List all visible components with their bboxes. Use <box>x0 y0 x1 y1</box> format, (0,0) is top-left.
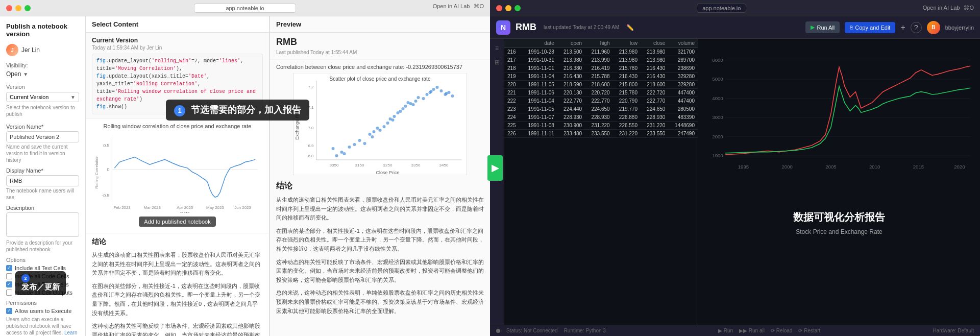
right-address-bar[interactable]: app.noteable.io <box>697 4 746 13</box>
panel-arrow-button[interactable]: ▶ <box>487 155 503 181</box>
open-in-ai-lab-link[interactable]: Open in AI Lab <box>433 3 470 10</box>
cell-open: 224.440 <box>557 105 585 113</box>
svg-rect-66 <box>702 48 976 201</box>
cell-close: 216.430 <box>641 64 668 73</box>
add-to-notebook-button[interactable]: Add to published notebook <box>139 217 215 227</box>
scatter-chart: Scatter plot of close price and exchange… <box>276 73 484 175</box>
col-header-close: close <box>641 39 668 48</box>
help-button[interactable]: ? <box>911 22 922 33</box>
visibility-row[interactable]: Open ▼ <box>6 70 79 78</box>
right-minimize-button[interactable] <box>505 5 511 11</box>
description-label: Description <box>6 205 79 211</box>
cell-low: 220.790 <box>613 97 641 105</box>
checkbox-allow-execute[interactable] <box>6 308 12 314</box>
cell-open: 218.590 <box>557 81 585 89</box>
svg-text:6000: 6000 <box>712 57 723 63</box>
cell-high: 231.220 <box>585 122 612 130</box>
maximize-button[interactable] <box>24 5 31 11</box>
checkbox-cell-outputs[interactable] <box>6 290 12 296</box>
annotation-1-overlay: 1 节选需要的部分，加入报告 <box>166 100 309 121</box>
svg-text:3050: 3050 <box>330 163 339 167</box>
cell-high: 233.550 <box>585 130 612 138</box>
svg-text:Rolling Correlation: Rolling Correlation <box>94 156 99 189</box>
row-index: 223 <box>504 105 521 113</box>
svg-text:2000: 2000 <box>712 134 723 139</box>
permissions-section: Permissions Allow users to Execute Users… <box>6 300 79 336</box>
right-open-in-ai-lab[interactable]: Open in AI Lab <box>923 5 960 11</box>
run-all-button-status[interactable]: ▶▶ Run all <box>739 328 765 333</box>
option-text-cells[interactable]: Include all Text Cells <box>6 265 79 271</box>
svg-text:1000: 1000 <box>712 153 723 158</box>
cell-low: 213.980 <box>613 56 641 64</box>
user-name: Jer Lin <box>21 46 40 54</box>
svg-point-61 <box>391 118 395 122</box>
left-panel: app.noteable.io Open in AI Lab ⌘O Publis… <box>0 0 490 336</box>
svg-text:3000: 3000 <box>712 114 723 120</box>
run-all-button[interactable]: ▶ Run All <box>805 21 840 33</box>
sidebar-icon-menu[interactable]: ≡ <box>492 43 502 53</box>
restart-button-status[interactable]: ⟳ Restart <box>798 328 820 333</box>
cell-date: 1991-11-04 <box>521 97 557 105</box>
svg-text:Close Price: Close Price <box>376 170 399 175</box>
cell-close: 231.220 <box>641 122 668 130</box>
status-dot <box>496 329 500 333</box>
cell-close: 222.770 <box>641 97 668 105</box>
add-button[interactable]: + <box>900 23 905 32</box>
version-select-value: Current Version <box>10 94 48 100</box>
svg-text:2020: 2020 <box>954 164 965 170</box>
runtime-label: Runtime: Python 3 <box>564 328 606 333</box>
version-label: Version <box>6 84 79 90</box>
run-all-label: Run All <box>817 25 835 31</box>
chart-title: Rolling window correlation of close pric… <box>92 123 263 129</box>
avatar: J <box>6 44 18 56</box>
noteable-logo: N <box>496 20 510 35</box>
description-input[interactable] <box>6 212 79 237</box>
cell-volume: 1448690 <box>668 122 698 130</box>
row-index: 219 <box>504 73 521 81</box>
preview-date: Last published Today at 1:55:44 AM <box>270 50 490 60</box>
checkbox-text-cells[interactable] <box>6 265 12 271</box>
right-maximize-button[interactable] <box>514 5 521 11</box>
run-button-status[interactable]: ▶ Run <box>718 328 733 333</box>
svg-point-54 <box>440 89 443 92</box>
checkbox-code-cells[interactable] <box>6 273 12 279</box>
conclusion-p3: 这种动态的相关性可能反映了市场条件、宏观经济因素或其他影响股票价格和汇率的因素的… <box>92 322 263 336</box>
svg-point-47 <box>414 100 418 103</box>
display-name-input[interactable] <box>6 175 79 186</box>
table-row: 219 1991-11-04 216.430 215.788 216.430 2… <box>504 73 698 81</box>
notebook-edit-icon[interactable]: ✏️ <box>626 24 634 31</box>
cell-volume: 329280 <box>668 73 698 81</box>
annotation-1-text: 节选需要的部分，加入报告 <box>191 105 301 115</box>
checkbox-form-cells[interactable] <box>6 281 12 287</box>
conclusion-section: 结论 从生成的滚动窗口相关性图表来看，股票收盘价和人民币对美元汇率之间的相关性在… <box>86 233 269 336</box>
svg-point-38 <box>383 125 386 128</box>
right-close-button[interactable] <box>496 5 502 11</box>
table-row: 223 1991-11-05 224.440 224.650 219.770 2… <box>504 105 698 113</box>
cell-volume: 447400 <box>668 97 698 105</box>
copy-and-edit-button[interactable]: ⎘ Copy and Edit <box>845 22 895 33</box>
display-name-label: Display Name* <box>6 167 79 174</box>
chart-area-right: 6000 5000 4000 3000 2000 1000 1995 2000 … <box>698 39 980 325</box>
allow-execute-label: Allow users to Execute <box>15 308 71 314</box>
svg-text:Scatter plot of close price an: Scatter plot of close price and exchange… <box>330 76 431 82</box>
allow-execute-row[interactable]: Allow users to Execute <box>6 308 79 314</box>
col-header-open: open <box>557 39 585 48</box>
right-user-name: bboyjerrylin <box>945 25 974 31</box>
version-select[interactable]: Current Version ▼ <box>6 92 79 102</box>
sidebar-icon-grid[interactable]: ⊞ <box>492 57 502 67</box>
address-bar[interactable]: app.noteable.io <box>194 4 296 13</box>
svg-text:2010: 2010 <box>869 164 880 170</box>
table-row: 221 1991-11-06 220.130 220.720 215.780 2… <box>504 89 698 97</box>
svg-point-58 <box>335 154 338 157</box>
stock-price-chart: 6000 5000 4000 3000 2000 1000 1995 2000 … <box>702 43 976 206</box>
minimize-button[interactable] <box>15 5 21 11</box>
learn-more-link[interactable]: Learn more <box>6 330 78 336</box>
display-name-hint: The notebook name users will see <box>6 187 79 201</box>
copy-edit-label: Copy and Edit <box>855 25 890 31</box>
version-name-input[interactable] <box>6 131 79 142</box>
version-hint: Select the notebook version to publish <box>6 104 79 117</box>
close-button[interactable] <box>6 5 12 11</box>
publish-title: Publish a notebook version <box>6 22 79 38</box>
reload-button-status[interactable]: ⟳ Reload <box>771 328 792 333</box>
copy-icon: ⎘ <box>850 25 853 30</box>
